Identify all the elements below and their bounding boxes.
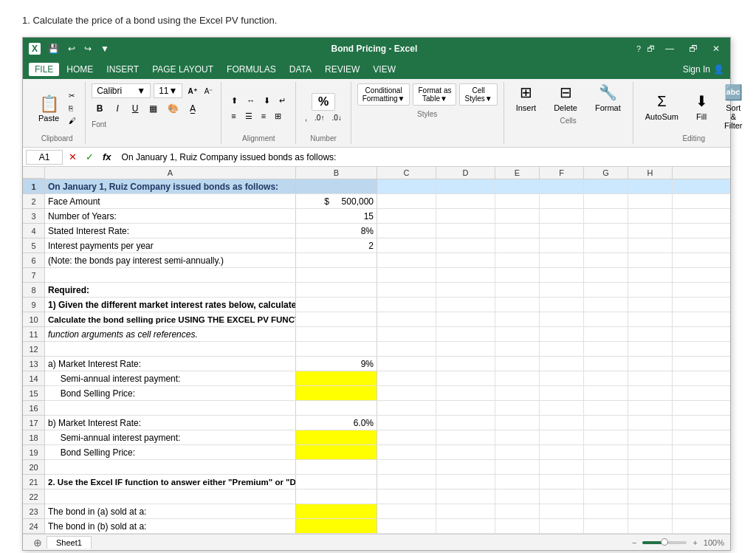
cell-e20[interactable] (495, 460, 540, 474)
cell-a18[interactable]: Semi-annual interest payment: (45, 430, 296, 444)
menu-insert[interactable]: INSERT (100, 63, 145, 76)
undo-button[interactable]: ↩ (65, 42, 78, 55)
cell-d17[interactable] (436, 416, 495, 430)
cell-c23[interactable] (377, 504, 436, 518)
cell-g9[interactable] (584, 298, 628, 312)
sign-in-button[interactable]: Sign In 👤 (683, 64, 724, 75)
cell-g11[interactable] (584, 327, 628, 341)
zoom-out-button[interactable]: − (632, 538, 636, 547)
cell-f8[interactable] (540, 283, 584, 297)
cell-e17[interactable] (495, 416, 540, 430)
cell-h3[interactable] (628, 209, 673, 223)
cell-e13[interactable] (495, 357, 540, 371)
cell-reference-box[interactable]: A1 (26, 150, 63, 165)
italic-button[interactable]: I (109, 101, 126, 116)
cell-d22[interactable] (436, 490, 495, 504)
cell-f9[interactable] (540, 298, 584, 312)
menu-page-layout[interactable]: PAGE LAYOUT (146, 63, 219, 76)
cell-b16[interactable] (296, 401, 377, 415)
cell-g13[interactable] (584, 357, 628, 371)
cell-b17[interactable]: 6.0% (296, 416, 377, 430)
cell-a23[interactable]: The bond in (a) sold at a: (45, 504, 296, 518)
cell-e21[interactable] (495, 475, 540, 489)
zoom-in-button[interactable]: + (693, 538, 697, 547)
cancel-formula-icon[interactable]: ✕ (66, 151, 80, 163)
cell-a17[interactable]: b) Market Interest Rate: (45, 416, 296, 430)
cell-c24[interactable] (377, 519, 436, 533)
cell-a14[interactable]: Semi-annual interest payment: (45, 371, 296, 385)
cell-b12[interactable] (296, 342, 377, 356)
cell-a4[interactable]: Stated Interest Rate: (45, 224, 296, 238)
cell-d4[interactable] (436, 224, 495, 238)
decrease-decimal-button[interactable]: .0↓ (329, 112, 344, 123)
align-middle-button[interactable]: ↔ (243, 94, 258, 108)
cell-d3[interactable] (436, 209, 495, 223)
cell-e19[interactable] (495, 445, 540, 459)
cell-f20[interactable] (540, 460, 584, 474)
cell-a22[interactable] (45, 490, 296, 504)
cell-e4[interactable] (495, 224, 540, 238)
font-size-selector[interactable]: 11 ▼ (154, 83, 182, 98)
cell-c20[interactable] (377, 460, 436, 474)
cell-h8[interactable] (628, 283, 673, 297)
wrap-text-button[interactable]: ↵ (275, 94, 289, 108)
cell-c22[interactable] (377, 490, 436, 504)
cell-e5[interactable] (495, 238, 540, 253)
cell-d6[interactable] (436, 253, 495, 267)
col-header-b[interactable]: B (296, 167, 377, 179)
cell-h6[interactable] (628, 253, 673, 267)
cell-f15[interactable] (540, 386, 584, 400)
restore-icon[interactable]: 🗗 (647, 44, 655, 53)
cell-a9[interactable]: 1) Given the different market interest r… (45, 298, 296, 312)
format-as-table-button[interactable]: Format asTable▼ (413, 83, 456, 106)
cell-a8[interactable]: Required: (45, 283, 296, 297)
cell-h16[interactable] (628, 401, 673, 415)
cell-e15[interactable] (495, 386, 540, 400)
col-header-c[interactable]: C (377, 167, 436, 179)
cell-a19[interactable]: Bond Selling Price: (45, 445, 296, 459)
delete-cells-button[interactable]: Delete (548, 102, 583, 114)
cell-a13[interactable]: a) Market Interest Rate: (45, 357, 296, 371)
cell-d15[interactable] (436, 386, 495, 400)
cell-a7[interactable] (45, 268, 296, 282)
font-name-selector[interactable]: Calibri ▼ (92, 83, 151, 98)
cell-f23[interactable] (540, 504, 584, 518)
cell-b10[interactable] (296, 312, 377, 326)
percent-button[interactable]: % (312, 93, 335, 111)
cell-b8[interactable] (296, 283, 377, 297)
cell-g20[interactable] (584, 460, 628, 474)
close-button[interactable]: ✕ (708, 42, 724, 55)
menu-data[interactable]: DATA (284, 63, 317, 76)
cell-b15[interactable] (296, 386, 377, 400)
cell-d21[interactable] (436, 475, 495, 489)
cell-g10[interactable] (584, 312, 628, 326)
merge-center-button[interactable]: ⊞ (271, 109, 285, 123)
cell-c3[interactable] (377, 209, 436, 223)
cell-b4[interactable]: 8% (296, 224, 377, 238)
help-icon[interactable]: ? (636, 44, 641, 53)
menu-view[interactable]: VIEW (367, 63, 402, 76)
cell-d2[interactable] (436, 194, 495, 208)
cell-h4[interactable] (628, 224, 673, 238)
cell-c8[interactable] (377, 283, 436, 297)
increase-font-button[interactable]: A⁺ (185, 86, 199, 97)
restore-button[interactable]: 🗗 (684, 42, 702, 55)
cell-c21[interactable] (377, 475, 436, 489)
cell-d14[interactable] (436, 371, 495, 385)
cell-a24[interactable]: The bond in (b) sold at a: (45, 519, 296, 533)
cell-a6[interactable]: (Note: the bonds pay interest semi-annua… (45, 253, 296, 267)
cell-e11[interactable] (495, 327, 540, 341)
paste-button[interactable]: 📋 Paste (35, 91, 63, 126)
redo-button[interactable]: ↪ (81, 42, 94, 55)
cell-f17[interactable] (540, 416, 584, 430)
cell-f6[interactable] (540, 253, 584, 267)
insert-cells-button[interactable]: Insert (510, 102, 543, 114)
cell-b24[interactable] (296, 519, 377, 533)
decrease-font-button[interactable]: A⁻ (202, 86, 216, 97)
align-center-button[interactable]: ☰ (241, 109, 256, 123)
cell-f7[interactable] (540, 268, 584, 282)
copy-button[interactable]: ⎘ (66, 103, 79, 114)
cell-g16[interactable] (584, 401, 628, 415)
cell-b7[interactable] (296, 268, 377, 282)
align-right-button[interactable]: ≡ (258, 109, 269, 123)
